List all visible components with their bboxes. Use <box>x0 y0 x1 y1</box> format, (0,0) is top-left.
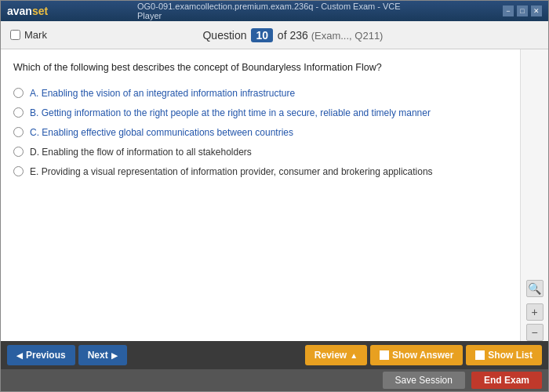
option-item-d[interactable]: D. Enabling the flow of information to a… <box>13 145 507 159</box>
question-label: Question <box>202 29 246 42</box>
option-radio-0[interactable] <box>13 88 24 98</box>
maximize-button[interactable]: □ <box>517 5 528 16</box>
question-total: of 236 <box>278 29 308 42</box>
show-answer-button[interactable]: Show Answer <box>370 345 463 365</box>
option-text-3: D. Enabling the flow of information to a… <box>30 145 252 159</box>
end-exam-button[interactable]: End Exam <box>471 372 542 389</box>
option-radio-1[interactable] <box>13 107 24 118</box>
save-session-button[interactable]: Save Session <box>383 372 465 389</box>
option-item-c[interactable]: C. Enabling effective global communicati… <box>13 125 507 140</box>
search-icon[interactable]: 🔍 <box>526 280 544 297</box>
window-title: OG0-091.examcollection.premium.exam.236q… <box>137 2 412 20</box>
option-text-0: A. Enabling the vision of an integrated … <box>30 86 295 100</box>
minimize-button[interactable]: − <box>503 5 514 16</box>
zoom-in-icon[interactable]: + <box>526 303 544 321</box>
option-text-1: B. Getting information to the right peop… <box>30 106 431 120</box>
question-text: Which of the following best describes th… <box>13 60 507 75</box>
question-meta: (Exam..., Q211) <box>311 30 384 42</box>
option-radio-3[interactable] <box>13 147 24 157</box>
question-number: 10 <box>251 28 273 42</box>
zoom-out-icon[interactable]: − <box>526 324 544 341</box>
option-item-a[interactable]: A. Enabling the vision of an integrated … <box>13 86 507 100</box>
next-button[interactable]: Next ▶ <box>78 345 127 365</box>
header-bar: Mark Question 10 of 236 (Exam..., Q211) <box>1 21 548 49</box>
show-answer-icon <box>380 350 389 360</box>
option-radio-4[interactable] <box>13 166 24 176</box>
question-info: Question 10 of 236 (Exam..., Q211) <box>47 28 539 42</box>
option-text-4: E. Providing a visual representation of … <box>30 165 433 179</box>
bottom-nav: ◀ Previous Next ▶ Review ▲ Show Answer S… <box>1 341 548 369</box>
previous-button[interactable]: ◀ Previous <box>7 345 75 365</box>
question-area: Which of the following best describes th… <box>1 49 520 341</box>
title-bar: avanset OG0-091.examcollection.premium.e… <box>1 1 548 21</box>
main-content: Which of the following best describes th… <box>1 49 548 341</box>
option-item-e[interactable]: E. Providing a visual representation of … <box>13 165 507 179</box>
close-button[interactable]: ✕ <box>531 5 542 16</box>
options-list: A. Enabling the vision of an integrated … <box>13 86 507 179</box>
show-list-icon <box>475 350 485 360</box>
option-text-2: C. Enabling effective global communicati… <box>30 125 293 140</box>
show-list-button[interactable]: Show List <box>466 345 542 365</box>
footer-bar: Save Session End Exam <box>1 369 548 391</box>
option-radio-2[interactable] <box>13 127 24 137</box>
mark-label[interactable]: Mark <box>10 29 47 41</box>
option-item-b[interactable]: B. Getting information to the right peop… <box>13 106 507 120</box>
sidebar-tools: 🔍 + − <box>520 49 548 341</box>
app-logo: avanset <box>7 5 48 17</box>
mark-checkbox[interactable] <box>10 30 20 40</box>
review-button[interactable]: Review ▲ <box>305 345 367 365</box>
